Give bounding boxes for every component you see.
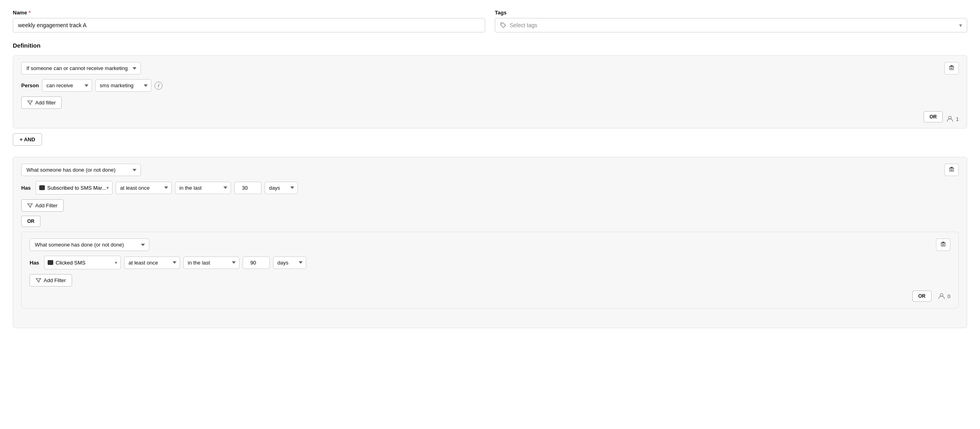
trash-icon bbox=[949, 65, 954, 70]
svg-rect-9 bbox=[950, 167, 953, 168]
block1-or-label: OR bbox=[930, 114, 937, 120]
block3-has-label: Has bbox=[30, 260, 41, 266]
block1-can-receive-select[interactable]: can receive cannot receive bbox=[42, 79, 92, 92]
tags-label: Tags bbox=[495, 10, 967, 16]
and-button[interactable]: + AND bbox=[13, 133, 42, 146]
block3-or-label: OR bbox=[918, 293, 926, 299]
block3-event-select[interactable]: Clicked SMS Subscribed to SMS Mar... Ope… bbox=[56, 260, 115, 266]
block1-add-filter-button[interactable]: Add filter bbox=[21, 96, 62, 109]
block3-add-filter-label: Add Filter bbox=[44, 277, 66, 283]
block1-header: If someone can or cannot receive marketi… bbox=[21, 62, 959, 74]
tag-icon bbox=[500, 22, 506, 28]
name-label-text: Name bbox=[13, 10, 27, 16]
block2-has-label: Has bbox=[21, 185, 32, 191]
block2-or-label: OR bbox=[27, 219, 34, 224]
block3-or-button[interactable]: OR bbox=[912, 291, 932, 302]
trash-icon-2 bbox=[949, 166, 954, 172]
info-icon-text: i bbox=[158, 83, 159, 88]
name-label: Name * bbox=[13, 10, 485, 16]
block1-marketing-type-select[interactable]: sms marketing email marketing push marke… bbox=[95, 79, 151, 92]
condition-block-3: What someone has done (or not done) If s… bbox=[21, 232, 959, 309]
condition-block-2: What someone has done (or not done) If s… bbox=[13, 157, 967, 328]
name-field-group: Name * bbox=[13, 10, 485, 32]
block2-days-select[interactable]: days hours weeks months bbox=[265, 182, 298, 194]
block2-frequency-select[interactable]: at least once zero times exactly bbox=[116, 182, 172, 194]
block3-person-icon bbox=[938, 293, 945, 300]
trash-icon-3 bbox=[940, 241, 946, 247]
block2-delete-button[interactable] bbox=[944, 164, 959, 176]
and-btn-label: + AND bbox=[20, 136, 35, 142]
block2-number-input[interactable] bbox=[234, 182, 261, 194]
block3-footer: OR 0 bbox=[30, 291, 950, 302]
block1-filter-row: Person can receive cannot receive sms ma… bbox=[21, 79, 959, 92]
block3-number-input[interactable] bbox=[243, 257, 270, 269]
svg-rect-2 bbox=[950, 65, 953, 66]
block1-or-button-container: OR bbox=[924, 111, 943, 122]
sms-event-icon bbox=[39, 185, 45, 190]
and-button-container: + AND bbox=[13, 133, 967, 152]
block1-footer: Add filter bbox=[21, 96, 959, 109]
filter-icon-3 bbox=[36, 278, 41, 283]
tags-field-group: Tags Select tags ▾ bbox=[495, 10, 967, 32]
block2-condition-select[interactable]: What someone has done (or not done) If s… bbox=[21, 164, 141, 176]
name-tags-row: Name * Tags Select tags ▾ bbox=[13, 10, 967, 32]
block2-or-row: OR bbox=[21, 216, 959, 227]
svg-rect-15 bbox=[942, 242, 944, 243]
name-input[interactable] bbox=[13, 18, 485, 32]
block1-or-button[interactable]: OR bbox=[924, 111, 943, 122]
tags-placeholder: Select tags bbox=[510, 22, 537, 28]
block3-add-filter-button[interactable]: Add Filter bbox=[30, 274, 72, 287]
block2-add-filter-button[interactable]: Add Filter bbox=[21, 199, 64, 212]
svg-point-0 bbox=[502, 24, 502, 24]
block2-timeframe-select[interactable]: in the last over all time before after bbox=[175, 182, 231, 194]
block3-frequency-select[interactable]: at least once zero times exactly bbox=[124, 257, 180, 269]
block3-condition-select[interactable]: What someone has done (or not done) If s… bbox=[30, 239, 149, 251]
tags-label-text: Tags bbox=[495, 10, 506, 16]
block2-add-filter-container: Add Filter bbox=[21, 199, 959, 212]
block1-add-filter-label: Add filter bbox=[35, 100, 56, 106]
block3-add-filter-container: Add Filter bbox=[30, 274, 950, 287]
block1-person-label: Person bbox=[21, 82, 39, 88]
definition-section: Definition If someone can or cannot rece… bbox=[13, 42, 967, 328]
block1-count-value: 1 bbox=[956, 116, 959, 122]
filter-icon-2 bbox=[27, 203, 33, 208]
filter-icon bbox=[27, 100, 33, 106]
chevron-down-icon: ▾ bbox=[959, 22, 962, 28]
block2-or-button[interactable]: OR bbox=[21, 216, 40, 227]
block2-header: What someone has done (or not done) If s… bbox=[21, 164, 959, 176]
block1-condition-select[interactable]: If someone can or cannot receive marketi… bbox=[21, 62, 141, 74]
block3-event-chevron: ▾ bbox=[115, 260, 117, 265]
block3-days-select[interactable]: days hours weeks months bbox=[273, 257, 306, 269]
block2-has-row: Has Subscribed to SMS Mar... Clicked SMS… bbox=[21, 181, 959, 194]
person-count-icon bbox=[946, 115, 954, 122]
sms-event-icon-3 bbox=[48, 260, 53, 265]
block2-event-select-wrapper: Subscribed to SMS Mar... Clicked SMS Ope… bbox=[36, 181, 112, 194]
block3-delete-button[interactable] bbox=[936, 239, 950, 251]
required-star: * bbox=[28, 10, 30, 16]
block2-event-select[interactable]: Subscribed to SMS Mar... Clicked SMS Ope… bbox=[47, 185, 106, 191]
tags-select[interactable]: Select tags ▾ bbox=[495, 18, 967, 32]
tags-select-inner: Select tags bbox=[500, 22, 537, 28]
definition-label: Definition bbox=[13, 42, 967, 49]
block3-header: What someone has done (or not done) If s… bbox=[30, 239, 950, 251]
block1-person-count: 1 bbox=[946, 115, 959, 122]
block1-delete-button[interactable] bbox=[944, 62, 959, 74]
block2-event-chevron: ▾ bbox=[106, 185, 109, 190]
info-icon[interactable]: i bbox=[155, 82, 163, 90]
block3-person-count: 0 bbox=[938, 293, 950, 300]
condition-block-1: If someone can or cannot receive marketi… bbox=[13, 55, 967, 128]
block3-has-row: Has Clicked SMS Subscribed to SMS Mar...… bbox=[30, 256, 950, 269]
block3-count-value: 0 bbox=[948, 293, 950, 299]
block3-timeframe-select[interactable]: in the last over all time before after bbox=[183, 257, 239, 269]
block2-add-filter-label: Add Filter bbox=[35, 202, 58, 208]
block3-event-select-wrapper: Clicked SMS Subscribed to SMS Mar... Ope… bbox=[44, 256, 121, 269]
